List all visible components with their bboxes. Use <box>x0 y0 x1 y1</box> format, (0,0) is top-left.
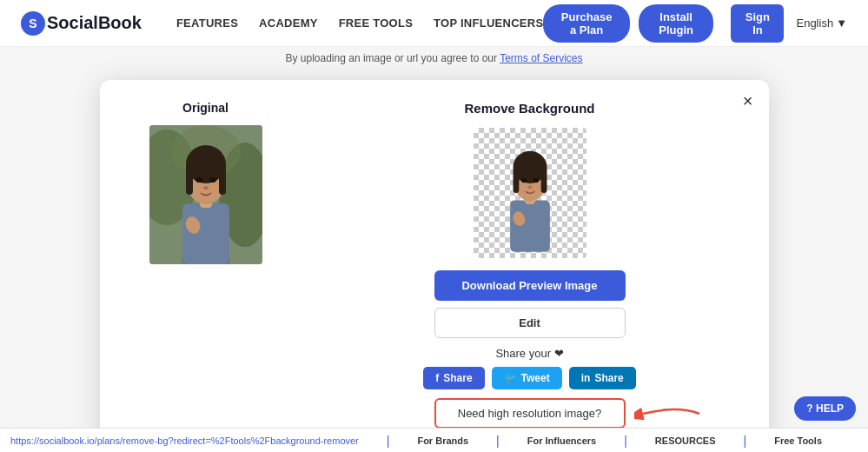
footer-free-tools[interactable]: Free Tools <box>774 435 822 446</box>
share-label: Share your ❤ <box>495 347 563 360</box>
result-overlay <box>474 128 586 258</box>
top-caption: By uploading an image or url you agree t… <box>0 47 868 70</box>
original-panel: Original <box>128 101 284 429</box>
sign-in-button[interactable]: Sign In <box>731 4 784 43</box>
svg-point-21 <box>520 178 527 183</box>
svg-point-12 <box>209 177 216 183</box>
svg-rect-15 <box>510 200 550 251</box>
footer-for-influencers[interactable]: For Influencers <box>527 435 596 446</box>
language-label: English <box>796 17 833 30</box>
main-area: × Original <box>0 70 868 450</box>
footer-resources[interactable]: RESOURCES <box>655 435 716 446</box>
edit-button[interactable]: Edit <box>434 308 626 338</box>
facebook-share-label: Share <box>443 372 472 384</box>
install-plugin-button[interactable]: Install Plugin <box>639 4 713 43</box>
svg-rect-5 <box>182 203 229 264</box>
arrow-icon <box>634 401 704 427</box>
nav-links: FEATURES ACADEMY FREE TOOLS TOP INFLUENC… <box>176 17 543 30</box>
footer-for-brands[interactable]: For Brands <box>417 435 468 446</box>
logo[interactable]: SSocialBook <box>21 11 142 36</box>
logo-text: SocialBook <box>47 13 142 33</box>
svg-point-22 <box>533 178 539 183</box>
facebook-share-button[interactable]: f Share <box>423 367 484 389</box>
footer-divider-4: | <box>744 434 747 448</box>
original-label: Original <box>182 101 229 115</box>
nav-right: Purchase a Plan Install Plugin Sign In E… <box>543 4 847 43</box>
logo-icon: S <box>21 11 45 36</box>
svg-rect-10 <box>219 164 226 195</box>
linkedin-share-button[interactable]: in Share <box>569 367 636 389</box>
terms-link[interactable]: Terms of Services <box>500 52 582 64</box>
high-res-button[interactable]: Need high resolution image? <box>434 398 626 429</box>
facebook-icon: f <box>435 372 439 384</box>
footer-divider-3: | <box>624 434 627 448</box>
modal-card: × Original <box>100 80 769 449</box>
high-res-container: Need high resolution image? <box>434 398 626 429</box>
caption-text: By uploading an image or url you agree t… <box>286 52 498 64</box>
svg-rect-20 <box>540 167 547 193</box>
original-photo <box>149 125 262 264</box>
modal-title: Remove Background <box>464 101 594 116</box>
share-text: Share your <box>495 347 551 360</box>
twitter-icon: 🐦 <box>504 372 517 384</box>
twitter-share-button[interactable]: 🐦 Tweet <box>492 367 562 389</box>
footer-bar: https://socialbook.io/plans/remove-bg?re… <box>0 428 868 452</box>
chevron-down-icon: ▼ <box>836 17 847 30</box>
arrow-annotation <box>634 401 704 427</box>
svg-rect-9 <box>186 164 193 195</box>
download-preview-button[interactable]: Download Preview Image <box>434 270 626 301</box>
svg-point-23 <box>527 186 532 189</box>
help-button[interactable]: ? HELP <box>794 396 856 421</box>
footer-url: https://socialbook.io/plans/remove-bg?re… <box>10 435 359 446</box>
result-panel: Remove Background <box>319 101 741 429</box>
purchase-plan-button[interactable]: Purchase a Plan <box>543 4 630 43</box>
nav-academy[interactable]: ACADEMY <box>259 17 318 30</box>
heart-icon: ❤ <box>554 347 564 360</box>
share-buttons: f Share 🐦 Tweet in Share <box>423 367 636 389</box>
close-button[interactable]: × <box>743 92 753 110</box>
footer-divider-2: | <box>496 434 500 448</box>
linkedin-share-label: Share <box>594 372 623 384</box>
svg-rect-19 <box>513 167 519 193</box>
svg-point-11 <box>195 177 202 183</box>
nav-features[interactable]: FEATURES <box>176 17 238 30</box>
svg-point-13 <box>203 186 209 189</box>
nav-free-tools[interactable]: FREE TOOLS <box>339 17 413 30</box>
nav-top-influencers[interactable]: TOP INFLUENCERS <box>434 17 543 30</box>
result-photo <box>474 128 586 258</box>
language-selector[interactable]: English ▼ <box>796 17 847 30</box>
linkedin-icon: in <box>581 372 591 384</box>
navbar: SSocialBook FEATURES ACADEMY FREE TOOLS … <box>0 0 868 47</box>
twitter-share-label: Tweet <box>521 372 550 384</box>
footer-divider-1: | <box>387 434 390 448</box>
